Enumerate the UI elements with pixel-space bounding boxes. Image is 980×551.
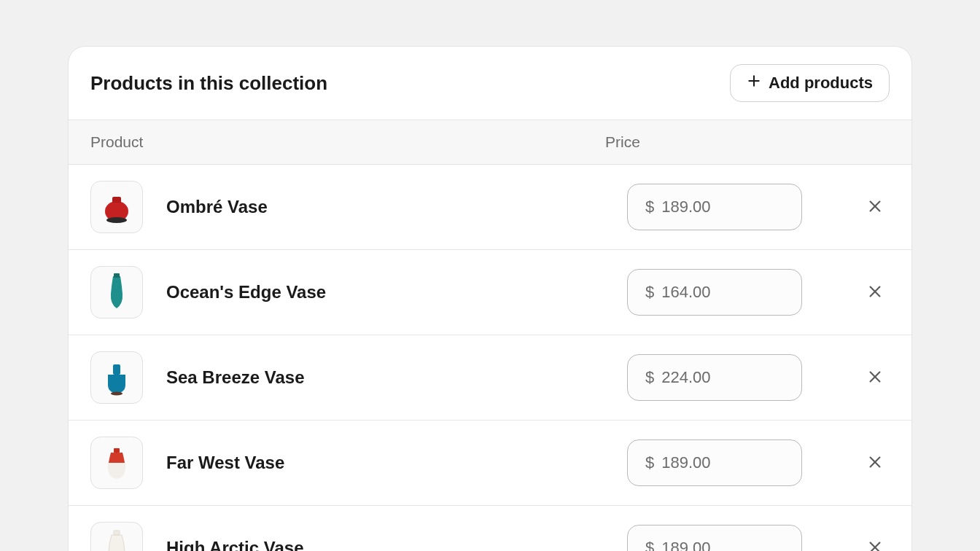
table-row: High Arctic Vase$ [69,506,911,551]
product-thumbnail [90,522,143,551]
product-name: High Arctic Vase [166,538,627,551]
price-field[interactable] [661,283,784,302]
product-thumbnail [90,437,143,489]
col-header-price: Price [605,133,824,151]
price-input[interactable]: $ [627,525,802,551]
remove-button[interactable] [860,192,890,222]
product-rows: Ombré Vase$Ocean's Edge Vase$Sea Breeze … [69,165,911,551]
product-thumbnail [90,181,143,233]
add-products-label: Add products [769,74,873,93]
table-row: Far West Vase$ [69,421,911,506]
table-row: Ombré Vase$ [69,165,911,250]
svg-rect-14 [114,448,120,453]
price-field[interactable] [661,539,784,551]
svg-rect-10 [113,364,120,375]
product-thumbnail [90,266,143,319]
product-name: Sea Breeze Vase [166,367,627,388]
remove-button[interactable] [860,448,890,477]
svg-rect-7 [114,273,120,278]
svg-rect-3 [112,197,121,203]
price-field[interactable] [661,198,784,216]
close-icon [867,198,883,216]
product-name: Ombré Vase [166,197,627,217]
card-title: Products in this collection [90,72,327,95]
remove-cell [846,448,890,477]
price-cell: $ [627,184,846,230]
price-cell: $ [627,525,846,551]
currency-symbol: $ [645,539,654,551]
product-thumbnail [90,351,143,404]
close-icon [867,369,883,387]
remove-cell [846,192,890,222]
svg-point-4 [106,217,127,223]
add-products-button[interactable]: Add products [730,64,890,102]
remove-button[interactable] [860,278,890,307]
currency-symbol: $ [645,453,654,472]
currency-symbol: $ [645,198,654,216]
price-input[interactable]: $ [627,184,802,230]
product-name: Far West Vase [166,453,627,473]
price-cell: $ [627,439,846,486]
currency-symbol: $ [645,368,654,387]
svg-rect-17 [114,531,120,535]
close-icon [867,284,883,302]
plus-icon [747,74,761,93]
price-field[interactable] [661,453,784,472]
remove-button[interactable] [860,534,890,551]
table-row: Ocean's Edge Vase$ [69,250,911,335]
table-header: Product Price [69,120,911,165]
card-header: Products in this collection Add products [69,47,911,120]
currency-symbol: $ [645,283,654,302]
remove-cell [846,534,890,551]
close-icon [867,454,883,472]
price-input[interactable]: $ [627,354,802,401]
price-field[interactable] [661,368,784,387]
col-header-product: Product [90,133,605,151]
remove-cell [846,363,890,392]
price-input[interactable]: $ [627,269,802,316]
price-cell: $ [627,354,846,401]
collection-products-card: Products in this collection Add products… [68,46,912,551]
close-icon [867,539,883,552]
product-name: Ocean's Edge Vase [166,282,627,302]
remove-button[interactable] [860,363,890,392]
svg-point-11 [111,392,122,396]
remove-cell [846,278,890,307]
price-cell: $ [627,269,846,316]
table-row: Sea Breeze Vase$ [69,335,911,421]
price-input[interactable]: $ [627,439,802,486]
